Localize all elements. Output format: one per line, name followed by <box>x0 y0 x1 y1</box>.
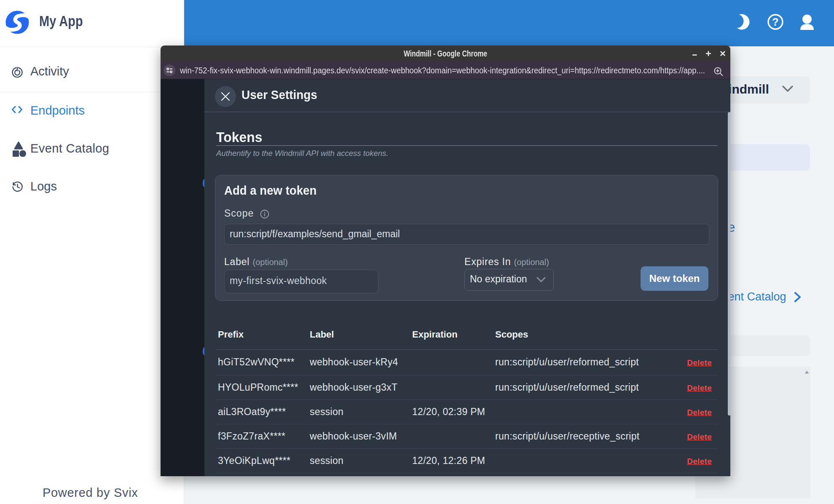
svg-text:?: ? <box>772 16 778 28</box>
